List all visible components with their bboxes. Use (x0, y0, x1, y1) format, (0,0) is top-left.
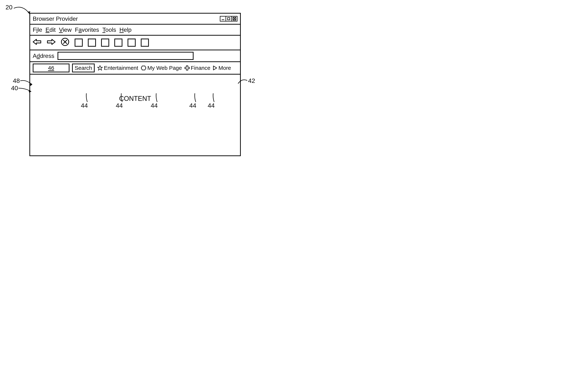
toolbar-button-2[interactable] (88, 38, 96, 47)
link-finance[interactable]: Finance (185, 65, 210, 71)
callout-44-1: 44 (81, 102, 88, 109)
minimize-button[interactable] (220, 16, 226, 22)
search-button[interactable]: Search (72, 63, 95, 72)
search-input[interactable]: 46 (33, 63, 69, 72)
svg-marker-5 (33, 39, 41, 44)
link-my-web-page[interactable]: My Web Page (141, 65, 182, 71)
callout-42: 42 (248, 77, 255, 84)
toolbar-button-5[interactable] (128, 38, 136, 47)
content-placeholder: CONTENT (119, 95, 151, 102)
title-bar: Browser Provider (30, 13, 240, 24)
svg-marker-10 (98, 66, 102, 70)
callout-40: 40 (11, 85, 18, 92)
callout-20: 20 (5, 4, 13, 11)
triangle-right-icon (213, 65, 217, 71)
toolbar-button-4[interactable] (114, 38, 122, 47)
link-more[interactable]: More (213, 65, 231, 71)
address-label: Address (33, 52, 54, 59)
callout-44-2: 44 (116, 102, 123, 109)
menu-help[interactable]: Help (119, 26, 132, 33)
svg-rect-1 (228, 18, 230, 20)
menu-tools[interactable]: Tools (102, 26, 116, 33)
stop-button[interactable] (61, 37, 69, 48)
callout-44-3: 44 (151, 102, 158, 109)
menu-favorites[interactable]: Favorites (75, 26, 99, 33)
plus-icon (185, 65, 190, 71)
svg-marker-12 (185, 66, 189, 70)
hexagon-icon (141, 65, 146, 71)
content-area: CONTENT (30, 74, 240, 155)
link-entertainment[interactable]: Entertainment (97, 65, 138, 71)
svg-marker-11 (141, 66, 146, 70)
callout-44-4: 44 (189, 102, 196, 109)
callout-44-5: 44 (208, 102, 215, 109)
address-input[interactable] (58, 52, 193, 60)
svg-marker-13 (213, 66, 217, 70)
window-title: Browser Provider (33, 15, 78, 22)
menu-file[interactable]: File (33, 26, 42, 33)
menu-edit[interactable]: Edit (46, 26, 56, 33)
back-button[interactable] (33, 38, 41, 47)
svg-marker-6 (47, 39, 55, 44)
menu-view[interactable]: View (59, 26, 72, 33)
star-icon (97, 65, 103, 71)
menu-bar: File Edit View Favorites Tools Help (30, 24, 240, 36)
forward-button[interactable] (47, 38, 55, 47)
window-controls (220, 16, 237, 22)
callout-48: 48 (13, 77, 20, 84)
close-button[interactable] (231, 16, 237, 22)
maximize-button[interactable] (226, 16, 232, 22)
address-bar: Address (30, 50, 240, 62)
browser-window: Browser Provider File Edit View Favorite… (29, 13, 241, 156)
toolbar-button-6[interactable] (141, 38, 149, 47)
nav-toolbar (30, 36, 240, 50)
custom-toolbar: 46 Search Entertainment My Web Page Fina… (30, 62, 240, 74)
toolbar-button-3[interactable] (101, 38, 109, 47)
toolbar-button-1[interactable] (75, 38, 83, 47)
